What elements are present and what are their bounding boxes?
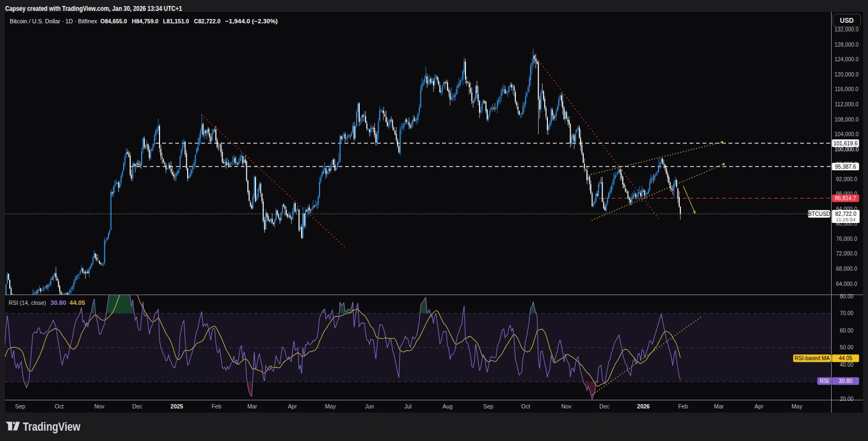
svg-text:Sep: Sep: [15, 403, 25, 410]
svg-text:Dec: Dec: [599, 403, 610, 410]
svg-text:Feb: Feb: [678, 403, 688, 410]
svg-text:Oct: Oct: [55, 403, 63, 410]
svg-text:RSI: RSI: [820, 378, 829, 384]
svg-text:Apr: Apr: [755, 403, 764, 410]
svg-text:May: May: [325, 403, 336, 410]
svg-text:TradingView: TradingView: [23, 420, 80, 433]
svg-text:May: May: [792, 403, 803, 410]
svg-text:Oct: Oct: [521, 403, 530, 410]
svg-text:64,000.0: 64,000.0: [836, 281, 857, 287]
svg-text:20.00: 20.00: [840, 396, 853, 402]
svg-text:Nov: Nov: [94, 403, 105, 410]
svg-text:2026: 2026: [637, 403, 650, 410]
svg-text:108,000.0: 108,000.0: [834, 117, 859, 123]
svg-text:112,000.0: 112,000.0: [835, 101, 859, 107]
svg-text:Jun: Jun: [365, 403, 374, 410]
svg-text:68,000.0: 68,000.0: [836, 266, 857, 272]
svg-text:104,000.0: 104,000.0: [834, 131, 859, 137]
svg-text:44.05: 44.05: [839, 355, 852, 361]
svg-text:124,000.0: 124,000.0: [834, 56, 859, 62]
svg-text:BTCUSD: BTCUSD: [808, 211, 830, 217]
svg-text:Capsey created with TradingVie: Capsey created with TradingView.com, Jan…: [5, 4, 182, 12]
svg-text:128,000.0: 128,000.0: [834, 42, 859, 48]
svg-text:132,000.0: 132,000.0: [834, 27, 859, 33]
svg-text:30.80: 30.80: [50, 299, 66, 306]
svg-text:Mar: Mar: [714, 403, 724, 410]
svg-text:86,814.7: 86,814.7: [835, 195, 856, 201]
svg-text:40.00: 40.00: [840, 362, 853, 368]
svg-text:L81,151.0: L81,151.0: [163, 18, 189, 24]
svg-text:50.00: 50.00: [840, 344, 853, 350]
svg-text:95,387.6: 95,387.6: [835, 164, 856, 170]
svg-text:Mar: Mar: [247, 403, 258, 410]
svg-text:C82,722.0: C82,722.0: [194, 18, 221, 24]
svg-text:92,000.0: 92,000.0: [836, 176, 857, 182]
svg-text:11:25:54: 11:25:54: [836, 216, 856, 222]
svg-text:RSI-based MA: RSI-based MA: [794, 355, 829, 361]
svg-text:H84,759.0: H84,759.0: [132, 18, 158, 24]
svg-text:116,000.0: 116,000.0: [835, 86, 859, 92]
svg-text:60.00: 60.00: [840, 328, 853, 334]
svg-text:72,000.0: 72,000.0: [836, 251, 857, 257]
svg-text:Aug: Aug: [443, 403, 453, 410]
svg-text:Nov: Nov: [561, 403, 572, 410]
svg-text:Bitcoin / U.S. Dollar · 1D · B: Bitcoin / U.S. Dollar · 1D · Bitfinex: [10, 18, 97, 24]
svg-text:Feb: Feb: [212, 403, 221, 410]
svg-text:Apr: Apr: [288, 403, 297, 410]
svg-text:Dec: Dec: [132, 403, 143, 410]
svg-text:70.00: 70.00: [840, 310, 853, 316]
svg-text:O84,655.0: O84,655.0: [100, 18, 127, 24]
svg-text:2025: 2025: [170, 403, 183, 410]
svg-text:Sep: Sep: [483, 403, 494, 410]
svg-text:Jul: Jul: [404, 403, 411, 410]
svg-text:82,722.0: 82,722.0: [835, 211, 857, 217]
svg-text:80.00: 80.00: [840, 293, 853, 299]
svg-text:101,619.6: 101,619.6: [833, 140, 858, 146]
svg-text:30.80: 30.80: [839, 378, 852, 384]
svg-text:120,000.0: 120,000.0: [834, 72, 859, 78]
svg-text:44.05: 44.05: [69, 299, 85, 306]
svg-text:−1,944.0 (−2.30%): −1,944.0 (−2.30%): [225, 18, 278, 24]
svg-text:76,000.0: 76,000.0: [836, 236, 857, 242]
svg-text:USD: USD: [840, 17, 854, 24]
svg-text:100,000.0: 100,000.0: [834, 146, 859, 152]
svg-text:RSI (14, close): RSI (14, close): [9, 299, 46, 306]
